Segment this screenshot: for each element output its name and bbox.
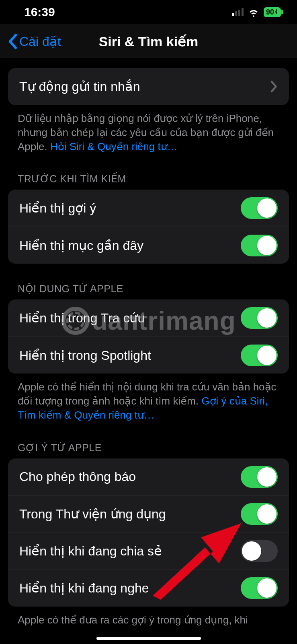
row-in-app-library[interactable]: Trong Thư viện ứng dụng xyxy=(8,495,289,533)
toggle-show-when-listening[interactable] xyxy=(241,577,278,599)
toggle-show-suggestions[interactable] xyxy=(241,197,278,219)
page-title: Siri & Tìm kiếm xyxy=(99,33,199,50)
battery-indicator: 90 xyxy=(264,7,281,17)
back-label: Cài đặt xyxy=(19,34,61,49)
toggle-show-when-sharing[interactable] xyxy=(241,540,278,562)
wifi-icon xyxy=(248,6,260,18)
footer-bottom-partial: Apple có thể đưa ra các gợi ý trong ứng … xyxy=(8,607,289,627)
group-apple-content: Hiển thị trong Tra cứu Hiển thị trong Sp… xyxy=(8,299,289,374)
row-show-recents[interactable]: Hiển thị mục gần đây xyxy=(8,227,289,264)
section-header-apple-content: NỘI DUNG TỪ APPLE xyxy=(8,264,289,299)
row-label: Trong Thư viện ứng dụng xyxy=(19,506,166,522)
row-label: Hiển thị khi đang nghe xyxy=(19,580,149,596)
row-allow-notifications[interactable]: Cho phép thông báo xyxy=(8,458,289,495)
navigation-bar: Cài đặt Siri & Tìm kiếm xyxy=(0,24,297,58)
footer-apple-content: Apple có thể hiển thị nội dung khi tra c… xyxy=(8,374,289,422)
row-label: Hiển thị khi đang chia sẻ xyxy=(19,543,162,559)
chevron-right-icon xyxy=(270,80,278,93)
row-label: Hiển thị gợi ý xyxy=(19,200,96,216)
link-siri-privacy[interactable]: Hỏi Siri & Quyền riêng tư… xyxy=(50,140,178,153)
cellular-signal-icon xyxy=(232,8,244,16)
toggle-show-recents[interactable] xyxy=(241,235,278,256)
row-show-when-listening[interactable]: Hiển thị khi đang nghe xyxy=(8,570,289,607)
row-show-when-sharing[interactable]: Hiển thị khi đang chia sẻ xyxy=(8,533,289,570)
group-auto-send: Tự động gửi tin nhắn xyxy=(8,68,289,105)
row-label: Hiển thị trong Spotlight xyxy=(19,348,151,363)
status-time: 16:39 xyxy=(24,5,55,19)
row-label: Hiển thị mục gần đây xyxy=(19,238,143,253)
toggle-show-in-lookup[interactable] xyxy=(241,307,278,329)
section-header-apple-suggestions: GỢI Ý TỪ APPLE xyxy=(8,423,289,458)
footer-voice-privacy: Dữ liệu nhập bằng giọng nói được xử lý t… xyxy=(8,105,289,154)
status-indicators: 90 xyxy=(232,6,281,18)
home-indicator[interactable] xyxy=(96,637,201,640)
toggle-in-app-library[interactable] xyxy=(241,503,278,525)
group-apple-suggestions: Cho phép thông báo Trong Thư viện ứng dụ… xyxy=(8,458,289,607)
row-show-in-lookup[interactable]: Hiển thị trong Tra cứu xyxy=(8,299,289,336)
row-show-suggestions[interactable]: Hiển thị gợi ý xyxy=(8,190,289,227)
row-label: Cho phép thông báo xyxy=(19,469,136,484)
group-before-search: Hiển thị gợi ý Hiển thị mục gần đây xyxy=(8,190,289,264)
chevron-left-icon xyxy=(7,33,18,50)
toggle-show-in-spotlight[interactable] xyxy=(241,345,278,366)
toggle-allow-notifications[interactable] xyxy=(241,466,278,488)
back-button[interactable]: Cài đặt xyxy=(7,33,61,50)
section-header-before-search: TRƯỚC KHI TÌM KIẾM xyxy=(8,154,289,190)
row-show-in-spotlight[interactable]: Hiển thị trong Spotlight xyxy=(8,336,289,374)
row-label: Tự động gửi tin nhắn xyxy=(19,79,140,94)
status-bar: 16:39 90 xyxy=(0,0,297,24)
row-auto-send-messages[interactable]: Tự động gửi tin nhắn xyxy=(8,68,289,105)
row-label: Hiển thị trong Tra cứu xyxy=(19,310,145,326)
